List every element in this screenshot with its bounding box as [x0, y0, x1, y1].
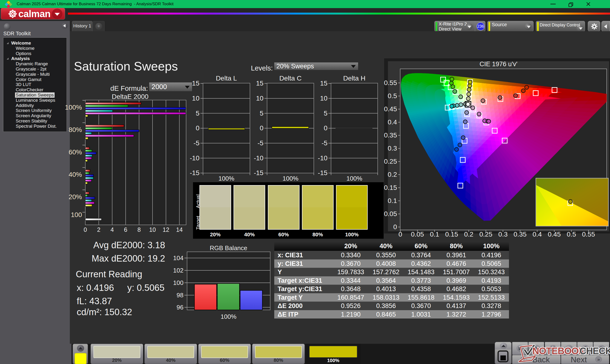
svg-text:100: 100	[173, 279, 183, 286]
svg-text:0: 0	[196, 124, 199, 132]
svg-text:0.05: 0.05	[384, 210, 397, 218]
svg-text:0.45: 0.45	[384, 105, 397, 113]
svg-text:0: 0	[398, 231, 402, 238]
svg-text:10: 10	[192, 95, 199, 102]
svg-text:15: 15	[320, 79, 327, 87]
svg-text:0.15: 0.15	[445, 231, 458, 238]
svg-text:0: 0	[84, 226, 87, 233]
svg-text:60%: 60%	[69, 148, 82, 156]
svg-text:0: 0	[260, 124, 263, 132]
svg-text:0: 0	[324, 124, 328, 132]
svg-text:0.25: 0.25	[384, 158, 397, 165]
svg-text:0.3: 0.3	[498, 231, 507, 238]
svg-text:-15: -15	[254, 169, 263, 177]
svg-text:0.35: 0.35	[514, 231, 527, 238]
svg-text:104: 104	[173, 254, 183, 261]
svg-text:Delta L: Delta L	[216, 75, 237, 82]
svg-text:10: 10	[149, 226, 156, 233]
svg-text:-10: -10	[254, 154, 263, 162]
svg-text:0.2: 0.2	[388, 171, 397, 178]
svg-text:-15: -15	[190, 169, 199, 177]
svg-text:0: 0	[393, 223, 397, 231]
svg-text:-10: -10	[318, 154, 327, 162]
svg-text:CHECK: CHECK	[580, 346, 610, 356]
svg-text:5: 5	[260, 110, 263, 117]
svg-text:10: 10	[256, 95, 263, 102]
svg-text:0.1: 0.1	[388, 197, 397, 204]
svg-text:-10: -10	[190, 154, 199, 162]
svg-text:12: 12	[163, 226, 169, 233]
svg-text:0.2: 0.2	[464, 231, 473, 238]
svg-text:20%: 20%	[69, 193, 82, 201]
svg-text:98: 98	[177, 292, 183, 299]
svg-text:80%: 80%	[69, 126, 82, 133]
svg-text:0.05: 0.05	[411, 231, 424, 238]
svg-text:Delta C: Delta C	[279, 75, 301, 82]
svg-text:0.5: 0.5	[388, 92, 397, 100]
svg-text:calman: calman	[18, 9, 51, 19]
svg-text:-5: -5	[322, 139, 327, 147]
svg-text:-5: -5	[194, 139, 199, 147]
svg-text:100%: 100%	[221, 313, 237, 320]
svg-text:0.1: 0.1	[430, 231, 439, 238]
svg-text:40%: 40%	[69, 171, 82, 178]
svg-text:100: 100	[71, 211, 82, 219]
svg-text:0.4: 0.4	[532, 231, 542, 238]
svg-text:0.15: 0.15	[384, 184, 397, 191]
svg-text:CIE 1976 u'v': CIE 1976 u'v'	[480, 61, 518, 68]
svg-text:0.5: 0.5	[567, 231, 576, 238]
svg-text:RGB Balance: RGB Balance	[210, 244, 247, 252]
svg-text:102: 102	[173, 267, 183, 274]
svg-text:0.3: 0.3	[388, 145, 397, 152]
svg-text:0.25: 0.25	[480, 231, 493, 238]
svg-text:5: 5	[324, 110, 328, 117]
svg-text:Delta H: Delta H	[343, 75, 365, 82]
svg-text:10: 10	[320, 95, 327, 102]
svg-text:100%: 100%	[283, 175, 299, 182]
svg-text:0.45: 0.45	[548, 231, 561, 238]
svg-text:15: 15	[256, 79, 263, 87]
svg-text:2: 2	[97, 226, 100, 233]
svg-text:6: 6	[124, 226, 127, 233]
svg-text:0.55: 0.55	[582, 231, 595, 238]
svg-text:15: 15	[192, 79, 199, 87]
svg-text:0.55: 0.55	[384, 79, 397, 87]
svg-text:0.4: 0.4	[388, 118, 397, 126]
svg-text:-15: -15	[318, 169, 327, 177]
svg-text:5: 5	[196, 110, 199, 117]
svg-text:-5: -5	[258, 139, 263, 147]
svg-text:100%: 100%	[65, 104, 82, 111]
svg-text:DeltaE 2000: DeltaE 2000	[112, 93, 148, 100]
svg-text:0.35: 0.35	[384, 131, 397, 139]
svg-text:14: 14	[176, 226, 183, 233]
svg-text:100%: 100%	[219, 175, 234, 182]
svg-text:NOTEBOOK: NOTEBOOK	[532, 346, 585, 356]
svg-text:8: 8	[138, 226, 141, 233]
svg-text:96: 96	[177, 304, 183, 311]
svg-text:100%: 100%	[347, 175, 363, 182]
svg-text:4: 4	[111, 226, 114, 233]
